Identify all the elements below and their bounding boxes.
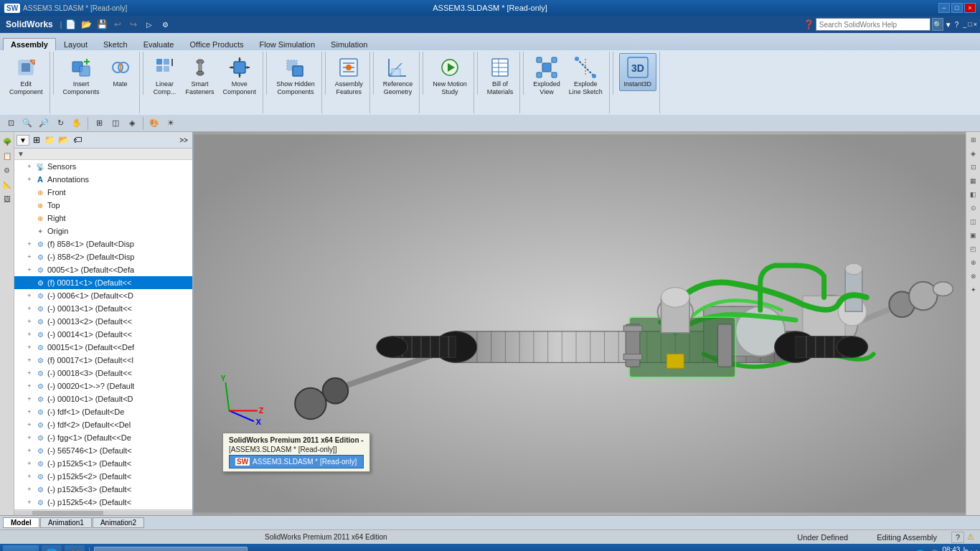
tree-item-p152k5-3[interactable]: + ⚙ (-) p152k5<3> (Default< bbox=[14, 483, 192, 496]
bill-of-materials-btn[interactable]: Bill ofMaterials bbox=[484, 53, 517, 99]
sw-taskbar-item[interactable]: SW SolidWorks Premium 2011 x64 Edition - bbox=[94, 547, 248, 551]
tree-item-00011-1[interactable]: + ⚙ (f) 00011<1> (Default<< bbox=[14, 276, 192, 289]
tree-item-origin[interactable]: + ✦ Origin bbox=[14, 225, 192, 237]
00020-1-expand[interactable]: + bbox=[24, 381, 34, 391]
view-orient-btn[interactable]: ⊞ bbox=[91, 116, 107, 131]
tab-flow[interactable]: Flow Simulation bbox=[251, 38, 323, 50]
p152k5-4-expand[interactable]: + bbox=[24, 497, 34, 507]
right-icon-7[interactable]: ◫ bbox=[967, 215, 980, 228]
search-submit-btn[interactable]: 🔍 bbox=[932, 18, 943, 31]
exploded-view-btn[interactable]: ExplodedView bbox=[529, 53, 564, 99]
edit-component-btn[interactable]: EditComponent bbox=[6, 53, 47, 99]
appearances-btn[interactable]: 🎨 bbox=[146, 116, 162, 131]
ie-browser-btn[interactable]: 🌐 bbox=[42, 545, 62, 551]
right-icon-2[interactable]: ◈ bbox=[967, 147, 980, 160]
tree-item-858-1[interactable]: + ⚙ (f) 858<1> (Default<Disp bbox=[14, 237, 192, 250]
858-1-expand[interactable]: + bbox=[24, 239, 34, 249]
tree-item-sensors[interactable]: + 📡 Sensors bbox=[14, 160, 192, 173]
tab-assembly[interactable]: Assembly bbox=[3, 38, 56, 50]
select-tool-btn[interactable]: ▷ bbox=[142, 17, 156, 32]
property-manager-icon[interactable]: 📋 bbox=[1, 149, 14, 162]
tree-options-btn[interactable]: 📁 bbox=[44, 133, 57, 146]
fgg-1-expand[interactable]: + bbox=[24, 433, 34, 443]
right-icon-1[interactable]: ⊞ bbox=[967, 133, 980, 146]
tree-tags-btn[interactable]: 🏷 bbox=[71, 133, 84, 146]
tree-horizontal-scrollbar[interactable] bbox=[14, 509, 192, 515]
feature-manager-icon[interactable]: 🌳 bbox=[1, 135, 14, 148]
rotate-view-btn[interactable]: ↻ bbox=[52, 116, 68, 131]
tree-item-00014-1[interactable]: + ⚙ (-) 00014<1> (Default<< bbox=[14, 328, 192, 341]
tree-item-00015-1[interactable]: + ⚙ 00015<1> (Default<<Def bbox=[14, 341, 192, 354]
zoom-area-btn[interactable]: 🔍 bbox=[19, 116, 35, 131]
active-tooltip-item[interactable]: SW ASSEM3.SLDASM * [Read-only] bbox=[229, 455, 364, 468]
search-input[interactable] bbox=[816, 18, 930, 31]
tree-scrollbar-thumb[interactable] bbox=[32, 511, 103, 515]
tree-collapse-btn[interactable]: 📂 bbox=[57, 133, 70, 146]
redo-btn[interactable]: ↪ bbox=[126, 17, 141, 32]
tree-item-p152k5-1[interactable]: + ⚙ (-) p152k5<1> (Default< bbox=[14, 457, 192, 470]
firefox-btn[interactable]: 🦊 bbox=[65, 545, 85, 551]
tab-sketch[interactable]: Sketch bbox=[95, 38, 136, 50]
section-view-btn[interactable]: ◫ bbox=[108, 116, 123, 131]
options-btn[interactable]: ⚙ bbox=[158, 17, 172, 32]
mate-btn[interactable]: Mate bbox=[105, 53, 136, 91]
tree-item-00010-1[interactable]: + ⚙ (-) 00010<1> (Default<D bbox=[14, 392, 192, 405]
tab-office[interactable]: Office Products bbox=[182, 38, 251, 50]
window-min-icon[interactable]: _ bbox=[963, 21, 966, 28]
model-tab[interactable]: Model bbox=[3, 517, 39, 528]
tab-evaluate[interactable]: Evaluate bbox=[136, 38, 182, 50]
help-status-btn[interactable]: ? bbox=[951, 532, 964, 543]
00013-1-expand[interactable]: + bbox=[24, 303, 34, 314]
tree-item-fdf-2[interactable]: + ⚙ (-) fdf<2> (Default<<Del bbox=[14, 418, 192, 431]
sensors-expand[interactable]: + bbox=[24, 161, 34, 171]
pan-btn[interactable]: ✋ bbox=[69, 116, 85, 131]
smart-fasteners-btn[interactable]: SmartFasteners bbox=[182, 53, 218, 99]
00010-1-expand[interactable]: + bbox=[24, 394, 34, 404]
instant3d-btn[interactable]: 3D Instant3D bbox=[619, 53, 656, 91]
minimize-btn[interactable]: − bbox=[938, 3, 950, 13]
close-btn[interactable]: × bbox=[964, 3, 976, 13]
window-max-icon[interactable]: □ bbox=[968, 21, 971, 28]
restore-btn[interactable]: □ bbox=[951, 3, 963, 13]
explode-line-btn[interactable]: ExplodeLine Sketch bbox=[565, 53, 606, 99]
insert-components-btn[interactable]: InsertComponents bbox=[60, 53, 103, 99]
p152k5-2-expand[interactable]: + bbox=[24, 471, 34, 481]
tree-item-p152k5-4[interactable]: + ⚙ (-) p152k5<4> (Default< bbox=[14, 496, 192, 509]
assembly-features-btn[interactable]: AssemblyFeatures bbox=[331, 53, 367, 99]
tree-view-toggle[interactable]: ⊞ bbox=[30, 133, 43, 146]
move-component-btn[interactable]: MoveComponent bbox=[220, 53, 260, 99]
save-btn[interactable]: 💾 bbox=[95, 17, 109, 32]
00018-3-expand[interactable]: + bbox=[24, 368, 34, 378]
tree-item-annotations[interactable]: + A Annotations bbox=[14, 173, 192, 186]
tree-item-fgg-1[interactable]: + ⚙ (-) fgg<1> (Default<<De bbox=[14, 431, 192, 444]
show-hidden-btn[interactable]: Show HiddenComponents bbox=[273, 53, 319, 99]
display-manager-icon[interactable]: 🖼 bbox=[1, 192, 14, 205]
config-manager-icon[interactable]: ⚙ bbox=[1, 164, 14, 176]
undo-btn[interactable]: ↩ bbox=[110, 17, 125, 32]
display-style-btn[interactable]: ◈ bbox=[124, 116, 140, 131]
00017-1-expand[interactable]: + bbox=[24, 355, 34, 365]
tree-item-565746-1[interactable]: + ⚙ (-) 565746<1> (Default< bbox=[14, 444, 192, 457]
p152k5-3-expand[interactable]: + bbox=[24, 484, 34, 494]
tree-item-00013-1[interactable]: + ⚙ (-) 00013<1> (Default<< bbox=[14, 302, 192, 315]
565746-1-expand[interactable]: + bbox=[24, 446, 34, 456]
fdf-1-expand[interactable]: + bbox=[24, 407, 34, 417]
fdf-2-expand[interactable]: + bbox=[24, 420, 34, 430]
tree-item-00018-3[interactable]: + ⚙ (-) 00018<3> (Default<< bbox=[14, 367, 192, 380]
0005-1-expand[interactable]: + bbox=[24, 265, 34, 275]
open-file-btn[interactable]: 📂 bbox=[79, 17, 93, 32]
00011-1-expand[interactable]: + bbox=[24, 278, 34, 288]
animation2-tab[interactable]: Animation2 bbox=[93, 517, 144, 528]
help-btn[interactable]: ▼ bbox=[945, 21, 952, 29]
0006-1-expand[interactable]: + bbox=[24, 291, 34, 301]
right-icon-9[interactable]: ◰ bbox=[967, 242, 980, 255]
tree-expand-btn[interactable]: >> bbox=[177, 133, 190, 146]
tree-item-top[interactable]: + ⊕ Top bbox=[14, 199, 192, 212]
00015-1-expand[interactable]: + bbox=[24, 342, 34, 352]
tree-item-00020-1[interactable]: + ⚙ (-) 00020<1>->? (Default bbox=[14, 380, 192, 392]
window-controls[interactable]: − □ × bbox=[938, 3, 976, 13]
tree-item-0005-1[interactable]: + ⚙ 0005<1> (Default<<Defa bbox=[14, 263, 192, 276]
new-motion-study-btn[interactable]: New MotionStudy bbox=[429, 53, 471, 99]
right-icon-6[interactable]: ⊙ bbox=[967, 202, 980, 215]
858-2-expand[interactable]: + bbox=[24, 252, 34, 262]
